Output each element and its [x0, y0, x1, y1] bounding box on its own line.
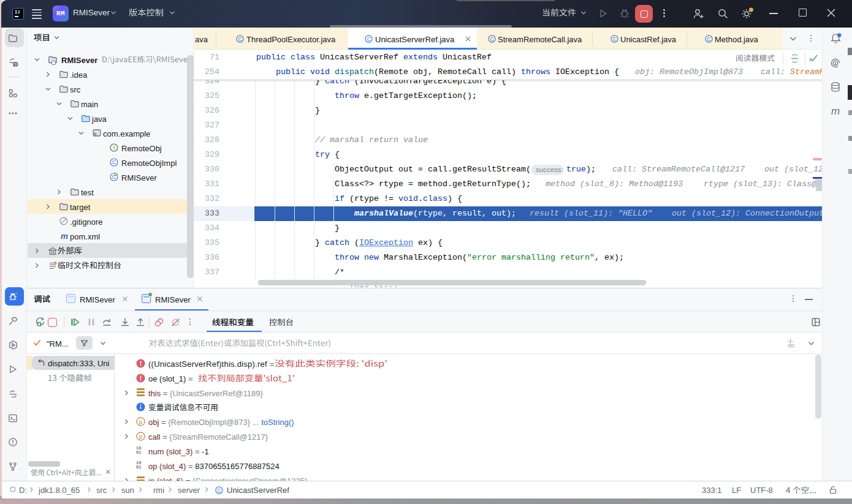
svg-text:C: C [490, 36, 493, 42]
svg-text:C: C [217, 487, 221, 494]
svg-text:C: C [612, 36, 616, 42]
svg-text:C: C [238, 36, 242, 42]
svg-text:?: ? [14, 62, 17, 67]
svg-text:p: p [139, 434, 142, 440]
svg-text:I: I [113, 145, 115, 151]
svg-text:C: C [112, 159, 116, 165]
svg-text:p: p [139, 419, 142, 425]
svg-text:C: C [707, 36, 710, 42]
svg-text:C: C [367, 36, 370, 42]
